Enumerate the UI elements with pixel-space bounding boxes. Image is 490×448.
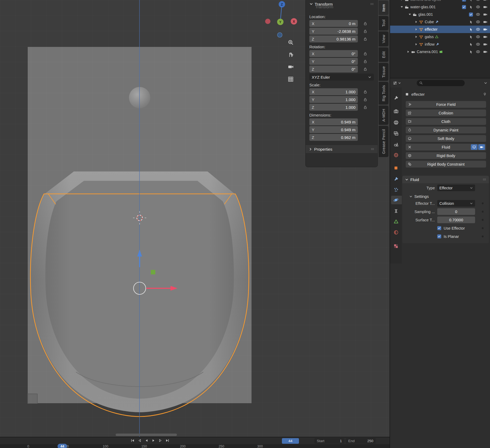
animate-dot[interactable] xyxy=(482,219,484,221)
properties-search[interactable] xyxy=(417,80,465,86)
collection-exclude-checkbox[interactable] xyxy=(469,13,473,17)
selectable-pointer-icon[interactable] xyxy=(469,5,473,9)
animate-dot[interactable] xyxy=(482,227,484,229)
current-frame-badge[interactable]: 44 xyxy=(58,444,67,448)
selectable-pointer-icon[interactable] xyxy=(469,50,473,54)
timeline-scrollbar[interactable] xyxy=(116,434,177,436)
view-layer-icon[interactable] xyxy=(392,130,399,137)
search-input[interactable] xyxy=(424,81,455,85)
tab-view[interactable]: View xyxy=(379,31,388,46)
collection-exclude-checkbox[interactable] xyxy=(462,5,466,9)
lock-icon[interactable] xyxy=(363,97,367,102)
expand-arrow-icon[interactable] xyxy=(415,28,418,31)
constraints-icon[interactable] xyxy=(392,207,399,214)
lock-icon[interactable] xyxy=(363,90,367,94)
location-x-field[interactable]: X0 m xyxy=(309,20,358,27)
rotation-mode-dropdown[interactable]: XYZ Euler xyxy=(309,74,374,81)
animate-dot[interactable] xyxy=(482,202,484,204)
rotation-z-field[interactable]: Z0° xyxy=(309,66,358,73)
lock-icon[interactable] xyxy=(363,51,367,56)
fluid-viewport-toggle[interactable] xyxy=(471,144,477,150)
hide-eye-icon[interactable] xyxy=(476,12,480,17)
outliner-row-water-glas[interactable]: water-glas.001 xyxy=(390,3,490,11)
tab-tool[interactable]: Tool xyxy=(379,16,388,30)
expand-arrow-icon[interactable] xyxy=(415,35,418,38)
outliner-row-camera[interactable]: Camera.001 xyxy=(390,48,490,55)
dynamic-paint-button[interactable]: Dynamic Paint xyxy=(406,126,486,134)
use-effector-checkbox[interactable] xyxy=(437,226,441,230)
editor-type-button[interactable] xyxy=(393,81,405,85)
lock-icon[interactable] xyxy=(363,29,367,33)
location-z-field[interactable]: Z0.98136 m xyxy=(309,35,358,42)
object-data-icon[interactable] xyxy=(392,218,399,225)
axis-ball-neg-z[interactable] xyxy=(277,33,282,37)
tab-edit[interactable]: Edit xyxy=(379,47,388,62)
tab-tissue[interactable]: Tissue xyxy=(379,63,388,81)
cloth-button[interactable]: Cloth xyxy=(406,118,486,125)
output-icon[interactable] xyxy=(392,119,399,126)
plane-corner-handle[interactable] xyxy=(28,394,37,403)
hide-eye-icon[interactable] xyxy=(476,5,480,9)
fluid-button[interactable]: Fluid xyxy=(406,143,486,151)
fluid-panel-header[interactable]: Fluid xyxy=(402,176,489,183)
grip-icon[interactable] xyxy=(483,178,486,181)
rotation-x-field[interactable]: X0° xyxy=(309,50,358,57)
render-icon[interactable] xyxy=(392,108,399,115)
outliner-row-cube[interactable]: Cube xyxy=(390,18,490,26)
pan-hand-icon[interactable] xyxy=(287,51,295,59)
outliner-row-inflow[interactable]: inflow xyxy=(390,41,490,48)
scale-x-field[interactable]: X1.000 xyxy=(309,88,358,95)
location-y-field[interactable]: Y-2.0838 m xyxy=(309,28,358,35)
collision-button[interactable]: Collision xyxy=(406,109,486,117)
zoom-tool-icon[interactable] xyxy=(287,38,295,46)
tool-icon[interactable] xyxy=(392,94,399,101)
tab-rig-tools[interactable]: Rig Tools xyxy=(379,82,388,105)
hide-eye-icon[interactable] xyxy=(476,50,480,54)
soft-body-button[interactable]: Soft Body xyxy=(406,135,486,142)
force-field-button[interactable]: Force Field xyxy=(406,101,486,108)
hide-eye-icon[interactable] xyxy=(476,27,480,31)
hide-eye-icon[interactable] xyxy=(476,35,480,39)
animate-dot[interactable] xyxy=(482,211,484,213)
grip-icon[interactable] xyxy=(370,2,374,6)
modifiers-icon[interactable] xyxy=(392,175,399,182)
material-icon[interactable] xyxy=(392,229,399,236)
expand-arrow-icon[interactable] xyxy=(415,20,418,23)
selectable-pointer-icon[interactable] xyxy=(469,35,473,39)
animate-dot[interactable] xyxy=(482,235,484,237)
jump-to-start-button[interactable] xyxy=(129,438,136,443)
grid-ortho-icon[interactable] xyxy=(287,75,295,83)
play-button[interactable] xyxy=(150,438,157,443)
lock-icon[interactable] xyxy=(363,37,367,41)
hide-eye-icon[interactable] xyxy=(476,42,480,46)
lock-icon[interactable] xyxy=(363,67,367,71)
hide-eye-icon[interactable] xyxy=(476,0,480,2)
remove-fluid-icon[interactable] xyxy=(408,145,412,149)
render-camera-icon[interactable] xyxy=(483,27,487,31)
world-icon[interactable] xyxy=(392,151,399,158)
properties-collapsed-panel[interactable]: Properties xyxy=(306,145,378,153)
filter-chevron-icon[interactable] xyxy=(484,81,487,85)
is-planar-checkbox[interactable] xyxy=(437,234,441,238)
lock-icon[interactable] xyxy=(363,105,367,109)
tab-item[interactable]: Item xyxy=(379,1,388,15)
breadcrumb-object-name[interactable]: effecter xyxy=(411,92,425,97)
fluid-render-toggle[interactable] xyxy=(478,144,485,150)
fluid-type-dropdown[interactable]: Effector xyxy=(437,185,475,191)
outliner-row-collection[interactable]: camera and lights xyxy=(390,0,490,3)
render-camera-icon[interactable] xyxy=(483,50,487,54)
outliner-row-glas[interactable]: glas.001 xyxy=(390,11,490,18)
surface-thickness-field[interactable]: 0.70000 xyxy=(437,217,475,223)
render-camera-icon[interactable] xyxy=(483,5,487,9)
selectable-pointer-icon[interactable] xyxy=(469,27,473,31)
collection-exclude-checkbox[interactable] xyxy=(462,0,466,2)
tab-a-mdh[interactable]: A-MDH xyxy=(379,106,388,125)
settings-subpanel-header[interactable]: Settings xyxy=(409,194,489,199)
render-camera-icon[interactable] xyxy=(483,12,487,17)
expand-arrow-icon[interactable] xyxy=(407,50,410,53)
rigid-body-button[interactable]: Rigid Body xyxy=(406,152,486,159)
hide-eye-icon[interactable] xyxy=(476,20,480,24)
scale-y-field[interactable]: Y1.000 xyxy=(309,96,358,103)
selectable-pointer-icon[interactable] xyxy=(469,0,473,2)
previous-keyframe-button[interactable] xyxy=(136,438,143,443)
